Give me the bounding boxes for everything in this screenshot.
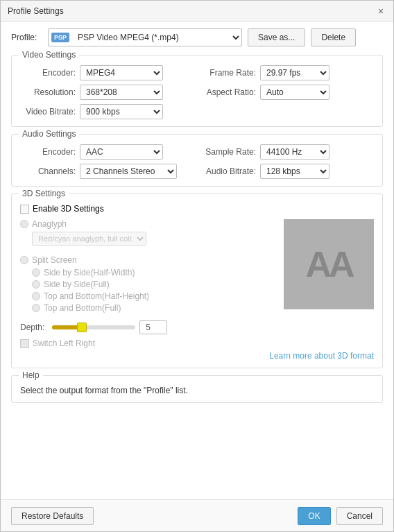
- resolution-select[interactable]: 368*208: [80, 85, 163, 100]
- audio-bitrate-row: Audio Bitrate: 128 kbps: [200, 164, 374, 179]
- learn-more-link[interactable]: Learn more about 3D format: [20, 351, 374, 361]
- aspect-ratio-label: Aspect Ratio:: [200, 87, 256, 97]
- help-section: Help Select the output format from the "…: [11, 375, 383, 403]
- video-settings-section: Video Settings Encoder: MPEG4 Frame Rate…: [11, 55, 383, 127]
- audio-bitrate-select[interactable]: 128 kbps: [260, 164, 329, 179]
- anaglyph-select[interactable]: Red/cyan anaglyph, full color: [32, 232, 146, 246]
- profile-label: Profile:: [11, 33, 42, 42]
- dialog-footer: Restore Defaults OK Cancel: [1, 499, 393, 531]
- video-bitrate-row: Video Bitrate: 900 kbps: [20, 104, 194, 119]
- profile-select-wrapper[interactable]: PSP PSP Video MPEG4 (*.mp4): [48, 28, 242, 46]
- dialog-content: Profile: PSP PSP Video MPEG4 (*.mp4) Sav…: [1, 22, 393, 499]
- audio-encoder-row: Encoder: AAC: [20, 144, 194, 160]
- switch-checkbox[interactable]: [20, 339, 29, 348]
- restore-defaults-button[interactable]: Restore Defaults: [11, 507, 94, 525]
- video-settings-title: Video Settings: [19, 50, 79, 60]
- side-by-side-full-row: Side by Side(Full): [20, 280, 277, 289]
- save-as-button[interactable]: Save as...: [248, 28, 305, 46]
- audio-settings-grid: Encoder: AAC Sample Rate: 44100 Hz Chann…: [20, 144, 374, 179]
- video-bitrate-label: Video Bitrate:: [20, 107, 76, 117]
- video-bitrate-select[interactable]: 900 kbps: [80, 104, 163, 119]
- audio-encoder-select[interactable]: AAC: [80, 144, 163, 160]
- audio-settings-section: Audio Settings Encoder: AAC Sample Rate:…: [11, 134, 383, 187]
- enable-3d-checkbox[interactable]: [20, 205, 29, 214]
- anaglyph-radio[interactable]: [20, 220, 28, 228]
- three-d-settings-section: 3D Settings Enable 3D Settings Anaglyph …: [11, 194, 383, 368]
- preview-box: AA: [284, 219, 374, 309]
- side-by-side-half-label: Side by Side(Half-Width): [44, 268, 135, 277]
- top-bottom-full-label: Top and Bottom(Full): [44, 303, 121, 313]
- profile-settings-dialog: Profile Settings × Profile: PSP PSP Vide…: [0, 0, 394, 532]
- close-button[interactable]: ×: [375, 6, 386, 17]
- side-by-side-full-label: Side by Side(Full): [44, 280, 110, 289]
- enable-3d-row: Enable 3D Settings: [20, 204, 374, 214]
- three-d-options: Anaglyph Red/cyan anaglyph, full color S…: [20, 219, 277, 315]
- psp-badge: PSP: [51, 33, 69, 42]
- cancel-button[interactable]: Cancel: [336, 507, 383, 525]
- top-bottom-half-radio[interactable]: [32, 292, 40, 300]
- channels-label: Channels:: [20, 166, 76, 176]
- audio-bitrate-label: Audio Bitrate:: [200, 166, 256, 176]
- footer-right-buttons: OK Cancel: [298, 507, 383, 525]
- frame-rate-row: Frame Rate: 29.97 fps: [200, 65, 374, 80]
- enable-3d-label: Enable 3D Settings: [33, 204, 104, 214]
- top-bottom-full-radio[interactable]: [32, 304, 40, 312]
- depth-input[interactable]: [139, 320, 167, 334]
- frame-rate-select[interactable]: 29.97 fps: [260, 65, 329, 80]
- profile-row: Profile: PSP PSP Video MPEG4 (*.mp4) Sav…: [11, 28, 383, 46]
- channels-select[interactable]: 2 Channels Stereo: [80, 164, 177, 179]
- sample-rate-label: Sample Rate:: [200, 147, 256, 157]
- top-bottom-half-label: Top and Bottom(Half-Height): [44, 291, 149, 301]
- channels-row: Channels: 2 Channels Stereo: [20, 164, 194, 179]
- anaglyph-radio-row: Anaglyph: [20, 219, 277, 229]
- encoder-label: Encoder:: [20, 68, 76, 78]
- ok-button[interactable]: OK: [298, 507, 330, 525]
- help-text: Select the output format from the "Profi…: [20, 386, 374, 395]
- encoder-row: Encoder: MPEG4: [20, 65, 194, 80]
- depth-slider-track[interactable]: [52, 325, 135, 329]
- aspect-ratio-select[interactable]: Auto: [260, 85, 329, 100]
- switch-row: Switch Left Right: [20, 338, 374, 348]
- side-by-side-half-row: Side by Side(Half-Width): [20, 268, 277, 277]
- top-bottom-half-row: Top and Bottom(Half-Height): [20, 291, 277, 301]
- frame-rate-label: Frame Rate:: [200, 68, 256, 78]
- preview-text: AA: [305, 243, 352, 285]
- side-by-side-half-radio[interactable]: [32, 268, 40, 277]
- resolution-label: Resolution:: [20, 87, 76, 97]
- split-screen-radio[interactable]: [20, 256, 28, 264]
- sample-rate-select[interactable]: 44100 Hz: [260, 144, 329, 160]
- dialog-title: Profile Settings: [8, 6, 64, 16]
- top-bottom-full-row: Top and Bottom(Full): [20, 303, 277, 313]
- anaglyph-label: Anaglyph: [32, 219, 67, 229]
- sample-rate-row: Sample Rate: 44100 Hz: [200, 144, 374, 160]
- help-section-title: Help: [19, 370, 43, 380]
- depth-thumb[interactable]: [77, 323, 87, 332]
- title-bar: Profile Settings ×: [1, 1, 393, 22]
- encoder-select[interactable]: MPEG4: [80, 65, 163, 80]
- side-by-side-full-radio[interactable]: [32, 280, 40, 289]
- delete-button[interactable]: Delete: [311, 28, 356, 46]
- three-d-settings-title: 3D Settings: [19, 189, 69, 198]
- switch-label: Switch Left Right: [33, 338, 95, 348]
- anaglyph-section: Anaglyph Red/cyan anaglyph, full color: [20, 219, 277, 250]
- depth-row: Depth:: [20, 320, 374, 334]
- profile-dropdown[interactable]: PSP Video MPEG4 (*.mp4): [72, 29, 241, 46]
- resolution-row: Resolution: 368*208: [20, 85, 194, 100]
- three-d-body: Anaglyph Red/cyan anaglyph, full color S…: [20, 219, 374, 315]
- video-settings-grid: Encoder: MPEG4 Frame Rate: 29.97 fps Res…: [20, 65, 374, 119]
- aspect-ratio-row: Aspect Ratio: Auto: [200, 85, 374, 100]
- audio-encoder-label: Encoder:: [20, 147, 76, 157]
- split-screen-label: Split Screen: [32, 255, 77, 265]
- depth-label: Depth:: [20, 323, 48, 332]
- audio-settings-title: Audio Settings: [19, 129, 79, 139]
- split-screen-radio-row: Split Screen: [20, 255, 277, 265]
